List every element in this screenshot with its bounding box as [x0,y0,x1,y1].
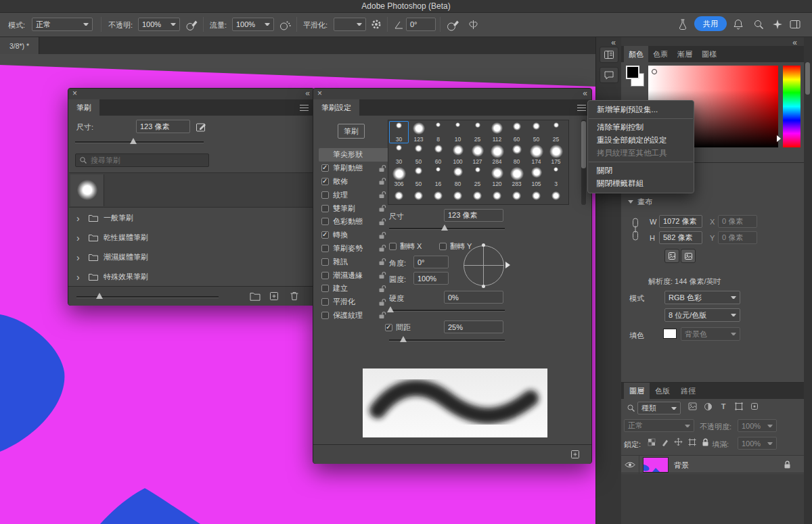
search-icon[interactable] [751,17,766,32]
section-checkbox[interactable] [321,298,329,306]
slider-thumb[interactable] [96,293,103,299]
new-brush-icon[interactable] [570,449,581,460]
brush-preset[interactable]: 50 [409,143,428,166]
brush-preset-toggle-icon[interactable] [196,121,207,133]
brush-button[interactable]: 筆刷 [338,124,365,139]
tab-brushes[interactable]: 筆刷 [68,99,99,116]
checkbox[interactable] [389,243,397,250]
section-checkbox[interactable] [321,231,329,239]
brush-grid-scrollbar[interactable] [581,120,586,205]
brush-preset[interactable]: 16 [428,166,448,188]
brush-settings-section-row[interactable]: 雜訊 [319,255,389,268]
brush-preset[interactable] [389,188,409,205]
tab-swatches[interactable]: 色票 [648,46,673,62]
collapse-icon[interactable]: « [305,89,310,98]
menu-item[interactable]: 重設全部鎖定的設定 [588,134,694,147]
delete-brush-icon[interactable] [289,291,300,302]
checkbox[interactable] [439,243,447,250]
brush-preset[interactable]: 112 [487,121,507,143]
brush-preset[interactable]: 120 [487,166,507,188]
color-picker-cursor[interactable] [652,69,657,74]
beta-flask-icon[interactable] [675,17,690,32]
angle-arrow[interactable] [505,262,510,268]
collapse-icon[interactable]: « [583,89,587,98]
tab-gradients[interactable]: 漸層 [673,46,697,62]
share-button[interactable]: 共用 [694,16,727,31]
opacity-dropdown[interactable]: 100% [138,18,180,31]
close-icon[interactable]: × [317,89,322,98]
section-checkbox[interactable] [321,272,329,279]
spacing-checkbox[interactable]: 間距 [385,323,411,333]
collapsed-properties-panel-button[interactable] [600,47,618,63]
x-field[interactable]: 0 像素 [718,215,757,228]
orientation-landscape-button[interactable] [681,249,696,263]
search-input[interactable] [91,156,205,164]
flip-y-checkbox[interactable]: 翻轉 Y [439,241,472,252]
checkbox[interactable] [385,324,392,331]
brush-group-row[interactable]: ›乾性媒體筆刷 [68,228,314,247]
y-field[interactable]: 0 像素 [718,231,757,244]
menu-item[interactable]: 關閉 [588,164,694,177]
layer-thumbnail[interactable] [644,458,668,472]
tip-size-field[interactable]: 123 像素 [444,209,503,222]
slider-track[interactable] [389,310,505,311]
brush-preset[interactable]: 284 [487,143,507,166]
tip-size-slider[interactable] [389,224,505,233]
brush-preset[interactable]: 100 [448,143,468,166]
brush-preset[interactable]: 306 [389,166,409,188]
brush-settings-section-row[interactable]: 色彩動態 [319,215,389,229]
panel-menu-icon[interactable] [300,105,309,111]
brush-preset[interactable]: 25 [546,121,566,143]
smoothing-dropdown[interactable] [334,18,366,31]
slider-thumb[interactable] [441,224,448,231]
brush-size-field[interactable]: 123 像素 [136,120,190,133]
slider-thumb[interactable] [400,336,407,342]
brush-preset[interactable]: 127 [468,143,487,166]
brush-preset[interactable]: 175 [546,143,566,166]
menu-item[interactable]: 清除筆刷控制 [588,121,694,134]
tab-patterns[interactable]: 圖樣 [697,46,721,62]
pressure-opacity-icon[interactable] [184,17,199,32]
brush-preset[interactable] [507,188,526,205]
lock-move-icon[interactable] [673,436,684,448]
brush-settings-section-row[interactable]: 潮濕邊緣 [319,268,389,282]
eye-icon[interactable] [624,458,636,471]
brushes-panel-slider[interactable] [76,292,219,301]
tab-layers[interactable]: 圖層 [624,383,650,399]
symmetry-icon[interactable] [466,17,480,32]
brush-preset[interactable]: 25 [468,166,487,188]
brush-preset[interactable]: 80 [448,166,468,188]
brush-settings-section-row[interactable]: 散佈 [319,175,389,189]
section-checkbox[interactable] [321,245,329,252]
slider-thumb[interactable] [130,138,137,144]
brush-preset[interactable]: 25 [468,121,487,143]
hardness-field[interactable]: 0% [444,291,503,304]
brush-preset[interactable] [428,188,448,205]
adjustment-filter-icon[interactable] [702,400,714,412]
brush-search-box[interactable] [75,153,209,167]
angle-roundness-control[interactable] [464,245,504,286]
layer-opacity-dropdown[interactable]: 100% [738,419,777,432]
slider-track[interactable] [389,339,505,341]
section-checkbox[interactable] [321,218,329,225]
roundness-handle[interactable] [482,285,485,288]
lock-all-icon[interactable] [700,436,711,448]
brush-preset[interactable]: 174 [526,143,546,166]
notifications-bell-icon[interactable] [731,17,746,32]
menu-item[interactable]: 關閉標籤群組 [588,177,694,190]
flip-x-checkbox[interactable]: 翻轉 X [389,241,422,252]
brush-preset[interactable]: 10 [448,121,468,143]
section-checkbox[interactable] [321,205,329,212]
workspace-switcher-icon[interactable] [788,17,803,32]
slider-thumb[interactable] [387,306,394,312]
section-checkbox[interactable] [321,178,329,185]
panel-menu-icon[interactable] [577,105,586,111]
brush-settings-section-row[interactable]: 筆尖形狀 [319,148,389,162]
section-checkbox[interactable] [321,164,329,172]
brush-preset[interactable]: 105 [526,166,546,188]
brush-preset[interactable]: 8 [428,121,448,143]
pixel-filter-icon[interactable] [686,400,698,412]
brush-preset[interactable]: 60 [428,143,448,166]
brush-preset[interactable] [487,188,507,205]
brush-preset[interactable]: 50 [526,121,546,143]
